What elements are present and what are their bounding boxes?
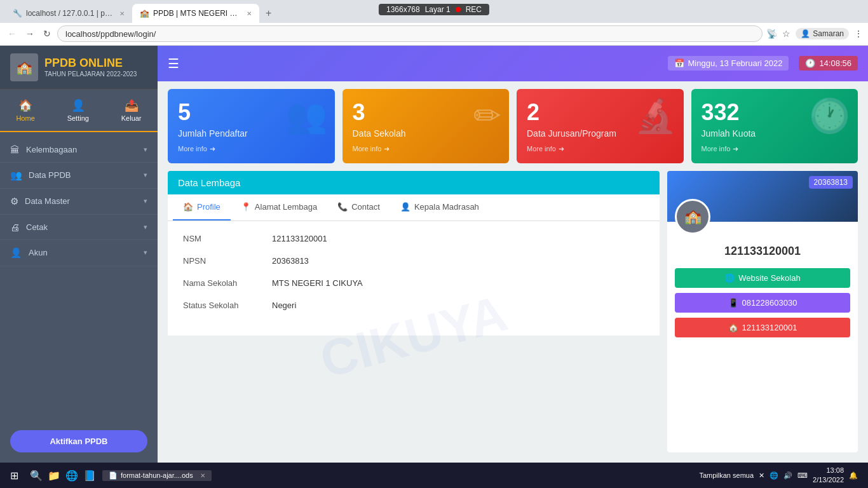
form-row-status-sekolah: Status Sekolah Negeri: [183, 301, 644, 310]
chevron-icon-akun: ▾: [144, 248, 147, 257]
taskbar-icons: 🔍 📁 🌐 📘: [26, 468, 100, 483]
data-ppdb-icon: 👥: [10, 170, 22, 181]
npsn-badge: 20363813: [809, 176, 853, 189]
alamat-tab-icon: 📍: [241, 202, 251, 212]
vscode-icon[interactable]: 📘: [82, 468, 97, 483]
form-row-nsm: NSM 121133120001: [183, 234, 644, 243]
stat-more-pendaftar[interactable]: More info ➜: [178, 145, 325, 153]
website-label: Website Sekolah: [738, 273, 800, 283]
notification-icon[interactable]: 🔔: [849, 471, 858, 480]
data-lembaga-title: Data Lembaga: [178, 177, 240, 188]
ods-label: format-tahun-ajar....ods: [121, 471, 193, 479]
logo-text: PPDB ONLINE TAHUN PELAJARAN 2022-2023: [44, 57, 137, 78]
logo-online: ONLINE: [79, 57, 123, 69]
bookmark-button[interactable]: ☆: [782, 29, 790, 39]
nav-home[interactable]: 🏠 Home: [8, 96, 42, 125]
taskbar-right: Tampilkan semua ✕ 🌐 🔊 ⌨ 13:08 2/13/2022 …: [694, 466, 863, 485]
reload-button[interactable]: ↻: [41, 27, 53, 40]
stat-more-jurusan[interactable]: More info ➜: [527, 145, 674, 153]
user-avatar-icon: 👤: [801, 29, 810, 38]
nav-setting[interactable]: 👤 Setting: [60, 96, 97, 125]
tab-alamat-lembaga[interactable]: 📍 Alamat Lembaga: [231, 194, 327, 220]
school-logo: 🏫: [675, 199, 710, 234]
stats-row: 👥 5 Jumlah Pendaftar More info ➜ ✏ 3 Dat…: [158, 81, 868, 171]
user-profile-chip[interactable]: 👤 Samaran: [796, 28, 849, 39]
sidebar-item-data-master[interactable]: ⚙ Data Master ▾: [0, 189, 158, 215]
phone-button[interactable]: 📱 081228603030: [675, 293, 850, 313]
cast-button[interactable]: 📡: [766, 29, 777, 39]
alamat-tab-label: Alamat Lembaga: [255, 202, 317, 212]
time-text: 14:08:56: [819, 58, 851, 68]
contact-tab-icon: 📞: [337, 202, 348, 212]
chrome-icon[interactable]: 🌐: [64, 468, 79, 483]
rec-dot: [456, 7, 461, 12]
sidebar-logo: 🏫 PPDB ONLINE TAHUN PELAJARAN 2022-2023: [0, 46, 158, 90]
clock-icon: 🕐: [805, 58, 815, 68]
back-button[interactable]: ←: [5, 27, 19, 40]
ods-icon: 📄: [109, 471, 118, 480]
nav-keluar[interactable]: 📤 Keluar: [114, 96, 149, 125]
setting-icon: 👤: [71, 98, 85, 112]
tab-label-2: PPDB | MTS NEGERI 1 CIKUYA: [153, 9, 240, 18]
form-value-nama-sekolah: MTS NEGERI 1 CIKUYA: [272, 278, 644, 288]
kepala-tab-icon: 👤: [400, 202, 410, 212]
cetak-icon: 🖨: [10, 222, 20, 233]
taskbar-clock: 13:08 2/13/2022: [813, 466, 844, 485]
form-value-status-sekolah: Negeri: [272, 301, 644, 310]
stat-label-jurusan: Data Jurusan/Program: [527, 128, 674, 139]
tab-kepala-madrasah[interactable]: 👤 Kepala Madrasah: [390, 194, 489, 220]
website-icon: 🌐: [724, 273, 735, 283]
right-panel: 🏫 20363813 121133120001 🌐 Website Sekola…: [667, 171, 858, 452]
file-explorer-icon[interactable]: 📁: [46, 468, 62, 483]
search-taskbar-icon[interactable]: 🔍: [29, 468, 44, 483]
stat-more-kuota[interactable]: More info ➜: [702, 145, 848, 153]
forward-button[interactable]: →: [23, 27, 37, 40]
form-label-status-sekolah: Status Sekolah: [183, 301, 272, 310]
taskbar-close-notification[interactable]: ✕: [759, 471, 764, 480]
data-master-icon: ⚙: [10, 196, 18, 207]
tab-profile[interactable]: 🏠 Profile: [173, 194, 231, 220]
start-button[interactable]: ⊞: [5, 470, 24, 482]
datetime-chip: 📅 Minggu, 13 Februari 2022: [668, 56, 789, 71]
hamburger-icon[interactable]: ☰: [168, 56, 179, 71]
form-value-npsn: 20363813: [272, 256, 644, 266]
logo-subtitle: TAHUN PELAJARAN 2022-2023: [44, 71, 137, 78]
stat-more-sekolah[interactable]: More info ➜: [353, 145, 499, 153]
taskbar-ods-item[interactable]: 📄 format-tahun-ajar....ods ✕: [102, 470, 212, 481]
sidebar-activate-section: Aktifkan PPDB: [0, 420, 158, 463]
sidebar-item-kelembagaan[interactable]: 🏛 Kelembagaan ▾: [0, 137, 158, 163]
chevron-icon-kelembagaan: ▾: [144, 146, 147, 154]
browser-tab-active[interactable]: 🏫 PPDB | MTS NEGERI 1 CIKUYA ✕: [132, 4, 259, 23]
sidebar-item-label-data-ppdb: Data PPDB: [29, 170, 71, 180]
logo-title: PPDB ONLINE: [44, 57, 137, 71]
tab-close-2[interactable]: ✕: [247, 10, 252, 17]
browser-tab-inactive[interactable]: 🔧 localhost / 127.0.0.1 | phpMyAdr... ✕: [5, 4, 132, 23]
topbar: ☰ 📅 Minggu, 13 Februari 2022 🕐 14:08:56: [158, 46, 868, 81]
sidebar-item-data-ppdb[interactable]: 👥 Data PPDB ▾: [0, 163, 158, 189]
phone-label: 081228603030: [742, 298, 797, 308]
stat-label-pendaftar: Jumlah Pendaftar: [178, 128, 325, 139]
activate-ppdb-button[interactable]: Aktifkan PPDB: [10, 430, 147, 452]
keluar-icon: 📤: [125, 98, 139, 112]
tab-favicon-1: 🔧: [13, 9, 22, 18]
tab-contact[interactable]: 📞 Contact: [327, 194, 390, 220]
menu-button[interactable]: ⋮: [854, 29, 863, 39]
sidebar-item-label-akun: Akun: [29, 248, 48, 257]
ods-close[interactable]: ✕: [200, 472, 205, 479]
website-sekolah-button[interactable]: 🌐 Website Sekolah: [675, 268, 850, 288]
tab-close-1[interactable]: ✕: [119, 10, 125, 17]
form-value-nsm: 121133120001: [272, 234, 644, 243]
form-label-nama-sekolah: Nama Sekolah: [183, 278, 272, 288]
sidebar-item-label-cetak: Cetak: [26, 222, 48, 232]
tabs-row: 🏠 Profile 📍 Alamat Lembaga 📞 Contact: [168, 194, 660, 221]
form-row-nama-sekolah: Nama Sekolah MTS NEGERI 1 CIKUYA: [183, 278, 644, 288]
sidebar-item-akun[interactable]: 👤 Akun ▾: [0, 240, 158, 266]
form-label-nsm: NSM: [183, 234, 272, 243]
address-bar[interactable]: [57, 25, 763, 42]
nsm-button[interactable]: 🏠 121133120001: [675, 318, 850, 337]
new-tab-button[interactable]: +: [259, 8, 278, 19]
sidebar-item-cetak[interactable]: 🖨 Cetak ▾: [0, 215, 158, 240]
stat-label-kuota: Jumlah Kuota: [702, 128, 848, 139]
contact-tab-label: Contact: [351, 202, 380, 212]
show-all-button[interactable]: Tampilkan semua: [699, 471, 754, 479]
